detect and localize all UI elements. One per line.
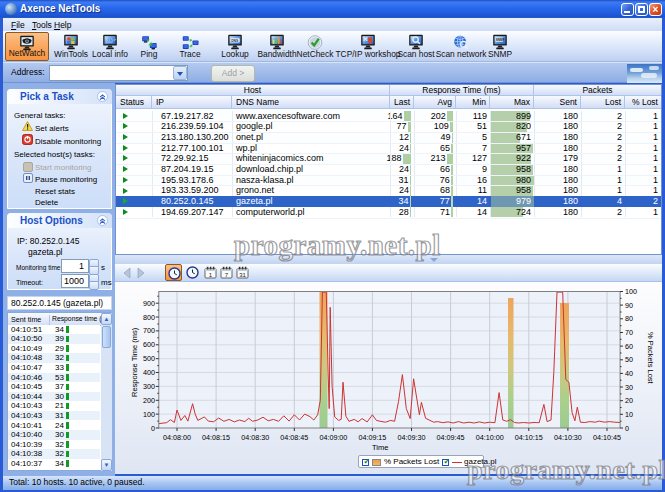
svg-text:SNMP: SNMP xyxy=(496,38,505,42)
svg-text:C:\>: C:\> xyxy=(106,37,117,42)
svg-text:DNS: DNS xyxy=(231,39,239,43)
svg-text:31: 31 xyxy=(239,272,246,278)
